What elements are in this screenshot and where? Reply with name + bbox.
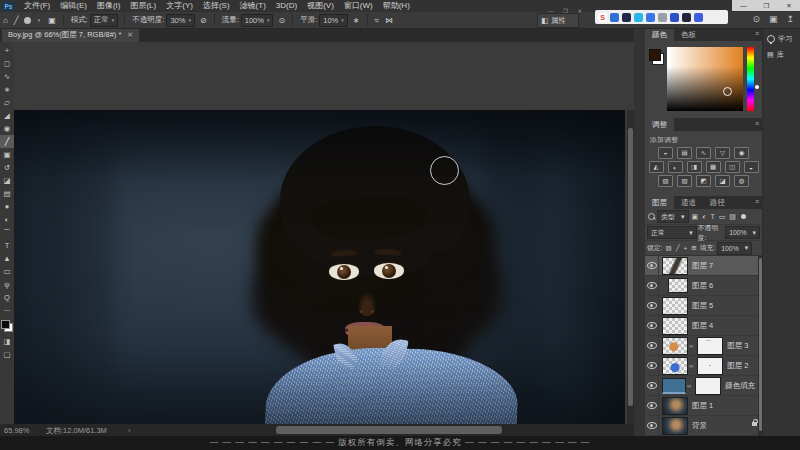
filter-shape-layers-icon[interactable]: ▭: [718, 213, 727, 221]
layer-name[interactable]: 图层 6: [692, 281, 713, 291]
tab-swatches[interactable]: 色板: [674, 28, 703, 41]
layer-thumbnail[interactable]: [662, 297, 688, 315]
layer-row[interactable]: 图层 6: [645, 276, 762, 296]
filter-type-layers-icon[interactable]: T: [709, 213, 715, 220]
filter-adjustment-layers-icon[interactable]: ◐: [701, 213, 707, 220]
tool-gradient[interactable]: ▤: [0, 187, 14, 200]
tool-brush[interactable]: ╱: [0, 135, 14, 148]
tool-clone-stamp[interactable]: ▣: [0, 148, 14, 161]
hue-slider-marker[interactable]: [755, 85, 759, 89]
color-field[interactable]: [667, 47, 743, 111]
gear-icon[interactable]: ∗: [350, 16, 363, 25]
tab-adjustments[interactable]: 调整: [645, 118, 674, 131]
restore-button[interactable]: ❐: [764, 2, 770, 10]
hue-saturation-icon[interactable]: ◭: [649, 161, 664, 173]
layer-row[interactable]: 图层 5: [645, 296, 762, 316]
tool-path-selection[interactable]: ▲: [0, 252, 14, 265]
layer-thumbnail[interactable]: [662, 357, 688, 375]
lock-all-icon[interactable]: ⊞: [690, 244, 697, 252]
foreground-color-swatch[interactable]: [649, 49, 661, 61]
layer-thumbnail[interactable]: [662, 337, 688, 355]
layer-name[interactable]: 图层 7: [692, 261, 713, 271]
photo-boy-portrait[interactable]: [14, 110, 625, 424]
brush-settings-panel-icon[interactable]: ▣: [45, 16, 59, 25]
tool-zoom[interactable]: Q: [0, 291, 14, 304]
menu-view[interactable]: 视图(V): [302, 0, 339, 12]
levels-icon[interactable]: ▤: [677, 147, 692, 159]
flow-select[interactable]: 100%▾: [241, 14, 274, 27]
tool-move[interactable]: +: [0, 44, 14, 57]
layer-row[interactable]: ∞ 颜色填充 1: [645, 376, 762, 396]
foreground-color-swatch[interactable]: [1, 320, 10, 329]
layer-name[interactable]: 图层 4: [692, 321, 713, 331]
layer-thumbnail[interactable]: [662, 378, 686, 394]
black-white-icon[interactable]: ◨: [687, 161, 702, 173]
tool-type[interactable]: T: [0, 239, 14, 252]
layer-mask-thumbnail[interactable]: [695, 377, 721, 395]
curves-icon[interactable]: ∿: [696, 147, 711, 159]
lock-position-icon[interactable]: +: [683, 245, 689, 252]
tool-spot-healing[interactable]: ◉: [0, 122, 14, 135]
tool-blur[interactable]: ●: [0, 200, 14, 213]
visibility-toggle[interactable]: [645, 336, 659, 355]
chevron-down-icon[interactable]: ▾: [38, 17, 41, 23]
airbrush-icon[interactable]: ≈: [372, 16, 382, 25]
panel-menu-icon[interactable]: ≡: [755, 198, 759, 205]
search-icon[interactable]: ⊙: [752, 14, 760, 24]
menu-file[interactable]: 文件(F): [19, 0, 55, 12]
tool-hand[interactable]: ψ: [0, 278, 14, 291]
close-icon[interactable]: ✕: [127, 31, 133, 39]
filter-toggle-icon[interactable]: [741, 214, 746, 219]
filter-pixel-layers-icon[interactable]: ▣: [691, 213, 700, 221]
layer-name[interactable]: 颜色填充 1: [725, 381, 761, 391]
layer-thumbnail[interactable]: [662, 317, 688, 335]
opacity-select[interactable]: 30%▾: [166, 14, 195, 27]
photo-filter-icon[interactable]: ▦: [706, 161, 721, 173]
home-icon[interactable]: ⌂: [0, 16, 11, 25]
layer-thumbnail[interactable]: [662, 397, 688, 415]
menu-layer[interactable]: 图层(L): [125, 0, 161, 12]
menu-select[interactable]: 选择(S): [198, 0, 235, 12]
selective-color-icon[interactable]: ◍: [734, 175, 749, 187]
blend-mode-select[interactable]: 正常▾: [90, 14, 119, 27]
layer-thumbnail[interactable]: [668, 278, 688, 293]
learn-panel-button[interactable]: 学习: [763, 28, 800, 44]
layer-mask-thumbnail[interactable]: [697, 357, 723, 375]
external-app-icon[interactable]: [646, 13, 655, 22]
layer-row[interactable]: 图层 4: [645, 316, 762, 336]
symmetry-icon[interactable]: ⋈: [382, 16, 396, 25]
quick-mask-icon[interactable]: ◨: [0, 335, 14, 348]
external-app-icon-s[interactable]: S: [598, 13, 607, 22]
layer-thumbnail[interactable]: [662, 257, 688, 275]
tool-eraser[interactable]: ◪: [0, 174, 14, 187]
tool-history-brush[interactable]: ↺: [0, 161, 14, 174]
layer-name[interactable]: 图层 5: [692, 301, 713, 311]
layer-name[interactable]: 图层 1: [692, 401, 713, 411]
hue-slider[interactable]: [747, 47, 754, 111]
tool-marquee[interactable]: ◻: [0, 57, 14, 70]
layer-blend-mode-select[interactable]: 正常▾: [647, 226, 697, 239]
layer-row[interactable]: 图层 1: [645, 396, 762, 416]
layer-opacity-select[interactable]: 100%▾: [725, 226, 760, 239]
menu-type[interactable]: 文字(Y): [161, 0, 198, 12]
external-app-icon[interactable]: [694, 13, 703, 22]
smoothing-select[interactable]: 10%▾: [319, 14, 348, 27]
menu-help[interactable]: 帮助(H): [378, 0, 415, 12]
tool-quick-selection[interactable]: ∗: [0, 83, 14, 96]
menu-3d[interactable]: 3D(D): [271, 0, 302, 12]
search-icon[interactable]: [648, 213, 655, 220]
horizontal-scrollbar-thumb[interactable]: [276, 426, 502, 434]
vertical-scrollbar-thumb[interactable]: [628, 128, 633, 406]
tool-dodge[interactable]: ◐: [0, 213, 14, 226]
screen-mode-icon[interactable]: ▢: [0, 348, 14, 361]
foreground-background-swatches[interactable]: [1, 320, 13, 332]
canvas-area[interactable]: [14, 42, 634, 424]
libraries-panel-button[interactable]: ▤ 库: [763, 44, 800, 60]
layer-filter-select[interactable]: 类型▾: [657, 210, 689, 223]
menu-image[interactable]: 图像(I): [92, 0, 126, 12]
visibility-toggle[interactable]: [645, 396, 659, 415]
external-app-icon[interactable]: [682, 13, 691, 22]
tab-layers[interactable]: 图层: [645, 196, 674, 209]
layer-thumbnail[interactable]: [662, 417, 688, 435]
layer-name[interactable]: 图层 2: [727, 361, 748, 371]
